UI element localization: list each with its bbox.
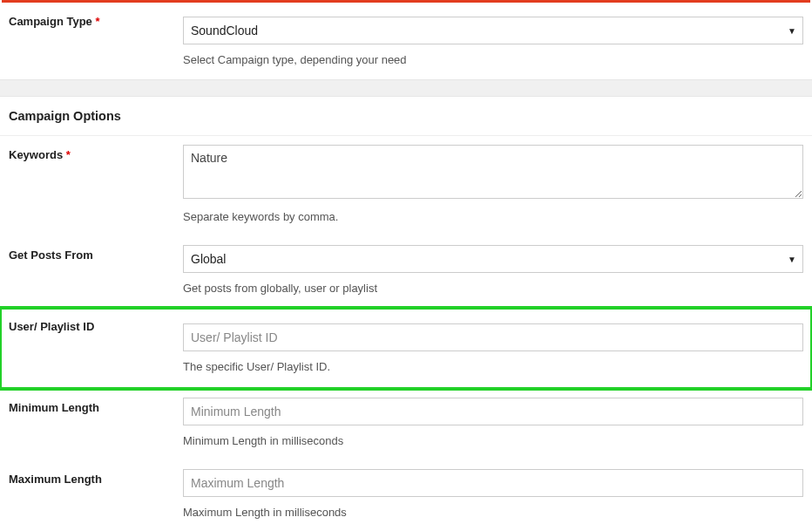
label-get-posts-from: Get Posts From xyxy=(0,236,174,308)
minimum-length-input[interactable] xyxy=(183,398,803,425)
label-campaign-type-text: Campaign Type xyxy=(9,15,92,28)
label-minimum-length: Minimum Length xyxy=(0,389,174,460)
maximum-length-input[interactable] xyxy=(183,469,803,497)
required-asterisk: * xyxy=(95,15,99,28)
label-maximum-length: Maximum Length xyxy=(0,460,174,524)
required-asterisk: * xyxy=(66,148,71,161)
section-separator-row: Campaign Options xyxy=(0,79,812,136)
user-playlist-id-help: The specific User/ Playlist ID. xyxy=(183,360,803,373)
cell-get-posts-from: Global ▼ Get posts from globally, user o… xyxy=(174,236,812,308)
row-user-playlist-id: User/ Playlist ID The specific User/ Pla… xyxy=(0,308,812,389)
keywords-help: Separate keywords by comma. xyxy=(183,210,803,223)
cell-user-playlist-id: The specific User/ Playlist ID. xyxy=(174,308,812,389)
campaign-options-heading: Campaign Options xyxy=(0,97,812,136)
cell-minimum-length: Minimum Length in milliseconds xyxy=(174,389,812,460)
row-minimum-length: Minimum Length Minimum Length in millise… xyxy=(0,389,812,460)
label-campaign-type: Campaign Type * xyxy=(0,3,174,79)
cell-campaign-type: SoundCloud ▼ Select Campaign type, depen… xyxy=(174,3,812,79)
cell-maximum-length: Maximum Length in milliseconds xyxy=(174,460,812,524)
get-posts-from-select[interactable]: Global xyxy=(183,245,803,273)
minimum-length-help: Minimum Length in milliseconds xyxy=(183,434,803,447)
campaign-type-help: Select Campaign type, depending your nee… xyxy=(183,53,803,66)
campaign-form: Campaign Type * SoundCloud ▼ Select Camp… xyxy=(0,3,812,524)
cell-keywords: Separate keywords by comma. xyxy=(174,136,812,236)
section-separator xyxy=(0,79,812,97)
get-posts-from-select-wrap: Global ▼ xyxy=(183,245,803,273)
label-keywords: Keywords * xyxy=(0,136,174,236)
keywords-textarea[interactable] xyxy=(183,145,803,199)
get-posts-from-help: Get posts from globally, user or playlis… xyxy=(183,282,803,295)
label-user-playlist-id: User/ Playlist ID xyxy=(0,308,174,389)
row-get-posts-from: Get Posts From Global ▼ Get posts from g… xyxy=(0,236,812,308)
label-keywords-text: Keywords xyxy=(9,148,63,161)
campaign-type-select-wrap: SoundCloud ▼ xyxy=(183,17,803,44)
campaign-type-select[interactable]: SoundCloud xyxy=(183,17,803,44)
row-maximum-length: Maximum Length Maximum Length in millise… xyxy=(0,460,812,524)
row-campaign-type: Campaign Type * SoundCloud ▼ Select Camp… xyxy=(0,3,812,79)
maximum-length-help: Maximum Length in milliseconds xyxy=(183,506,803,519)
row-keywords: Keywords * Separate keywords by comma. xyxy=(0,136,812,236)
user-playlist-id-input[interactable] xyxy=(183,323,803,351)
